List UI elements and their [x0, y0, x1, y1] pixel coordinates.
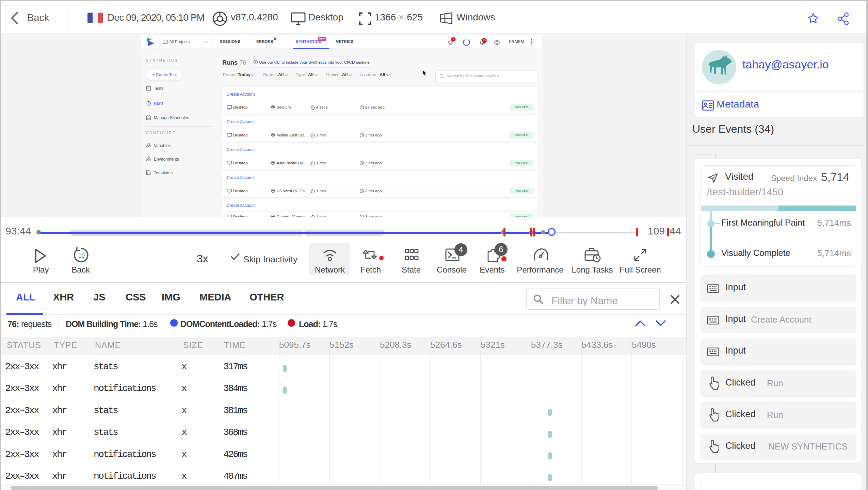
svg-text:10: 10 — [78, 252, 85, 259]
